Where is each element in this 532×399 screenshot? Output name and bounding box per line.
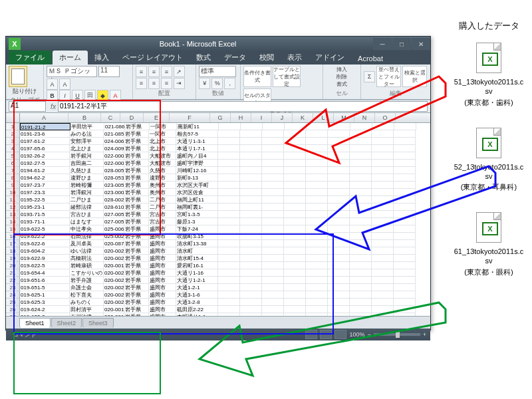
cell[interactable] (350, 174, 372, 182)
cell[interactable] (372, 240, 394, 247)
cell[interactable] (350, 130, 372, 138)
cell[interactable] (394, 203, 416, 211)
cell[interactable] (372, 233, 394, 240)
cell[interactable] (394, 189, 416, 196)
cell[interactable] (394, 225, 416, 233)
file-item[interactable]: X51_13tokyoto2011s.csv(東京都・歯科) (452, 43, 525, 108)
cell[interactable] (262, 160, 284, 167)
file-item[interactable]: X52_13tokyoto2011s.csv(東京都・耳鼻科) (452, 128, 525, 193)
cell[interactable] (306, 174, 328, 182)
align-bot-button[interactable]: ≡ (161, 66, 172, 77)
cell[interactable] (240, 174, 262, 182)
col-header[interactable]: I (251, 113, 272, 122)
align-top-button[interactable]: ≡ (136, 66, 147, 77)
cell[interactable] (394, 130, 416, 138)
cell[interactable]: 福岡上町11 (176, 196, 218, 203)
cell[interactable] (240, 225, 262, 233)
view-break-button[interactable] (334, 330, 346, 339)
cell[interactable] (306, 218, 328, 225)
cell[interactable] (284, 196, 306, 203)
cell[interactable] (262, 138, 284, 145)
cell[interactable] (394, 174, 416, 182)
cell[interactable] (350, 152, 372, 160)
cell[interactable] (218, 174, 240, 182)
tab-insert[interactable]: 挿入 (88, 51, 116, 65)
cell[interactable] (394, 182, 416, 189)
zoom-in-button[interactable]: + (423, 331, 426, 338)
cell[interactable]: 本通リ1-7-1 (176, 145, 218, 152)
currency-button[interactable]: ¥ (199, 78, 210, 89)
cell[interactable] (328, 160, 350, 167)
cell[interactable] (218, 145, 240, 152)
paste-icon[interactable] (9, 66, 27, 87)
cell[interactable] (285, 123, 307, 130)
cell[interactable] (394, 218, 416, 225)
col-header[interactable]: N (354, 113, 375, 122)
cell[interactable] (372, 262, 394, 269)
col-header[interactable]: J (272, 113, 293, 122)
cell[interactable] (218, 211, 240, 218)
zoom-slider[interactable] (374, 333, 420, 336)
cell[interactable]: 川崎町12-16 (176, 167, 218, 174)
cell[interactable] (350, 145, 372, 152)
cell[interactable] (372, 160, 394, 167)
cell[interactable] (284, 182, 306, 189)
tab-formula[interactable]: 数式 (190, 51, 217, 65)
cell[interactable] (394, 123, 416, 130)
cell[interactable] (372, 277, 394, 284)
cell[interactable] (284, 218, 306, 225)
cond-format-button[interactable]: 条件付き書式 (243, 66, 271, 87)
cell[interactable] (262, 182, 284, 189)
cell[interactable]: 南新町11 (177, 123, 219, 130)
cell[interactable] (218, 182, 240, 189)
cell[interactable] (350, 182, 372, 189)
col-header[interactable]: K (293, 113, 313, 122)
cell[interactable] (306, 203, 328, 211)
col-header[interactable]: O (375, 113, 396, 122)
cell[interactable] (218, 130, 240, 138)
cell[interactable] (372, 130, 394, 138)
cell[interactable] (263, 123, 285, 130)
cell[interactable] (350, 233, 372, 240)
cell[interactable] (394, 233, 416, 240)
cell[interactable] (240, 145, 262, 152)
tab-view[interactable]: 表示 (281, 51, 309, 65)
col-header[interactable]: F (170, 113, 210, 122)
cell[interactable] (240, 167, 262, 174)
cell[interactable] (328, 203, 350, 211)
cell[interactable] (328, 225, 350, 233)
col-header[interactable]: M (334, 113, 354, 122)
cell[interactable] (240, 189, 262, 196)
cell[interactable] (350, 313, 372, 316)
cell[interactable] (284, 211, 306, 218)
cell[interactable] (328, 145, 350, 152)
cell[interactable] (372, 306, 394, 313)
zoom-out-button[interactable]: − (367, 331, 370, 338)
shrink-font-button[interactable]: A (59, 78, 70, 90)
align-right-button[interactable]: ≡ (161, 78, 172, 89)
cell[interactable] (350, 189, 372, 196)
indent-button[interactable]: ⇥ (174, 78, 185, 89)
cell[interactable]: 盛町宇津野 (176, 160, 218, 167)
cell[interactable] (350, 138, 372, 145)
percent-button[interactable]: % (211, 78, 223, 89)
cell[interactable] (350, 255, 372, 262)
cell[interactable] (372, 145, 394, 152)
delete-button[interactable]: 削除 (336, 73, 347, 80)
cell[interactable] (284, 189, 306, 196)
cell[interactable] (219, 123, 241, 130)
cell[interactable] (372, 218, 394, 225)
find-button[interactable]: 検索と選択 (402, 66, 427, 87)
cell[interactable] (328, 167, 350, 174)
tab-layout[interactable]: ページ レイアウト (116, 51, 190, 65)
cell[interactable] (372, 174, 394, 182)
cell[interactable] (350, 211, 372, 218)
cell[interactable] (329, 123, 350, 130)
cell[interactable] (241, 123, 263, 130)
cell[interactable] (350, 262, 372, 269)
cell[interactable]: 水沢区佐倉 (176, 189, 218, 196)
cell[interactable] (372, 247, 394, 255)
minimize-button[interactable]: ─ (373, 38, 392, 50)
cell[interactable] (394, 277, 416, 284)
cell[interactable] (284, 174, 306, 182)
